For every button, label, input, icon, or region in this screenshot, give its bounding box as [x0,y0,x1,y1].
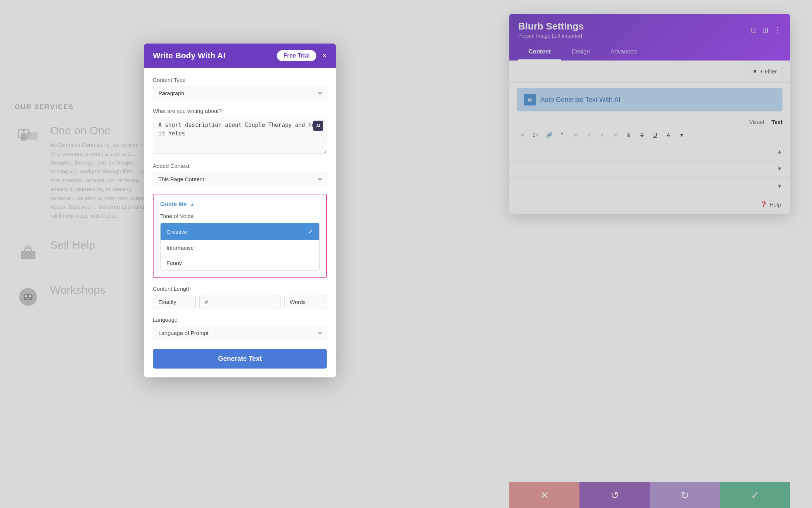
added-context-group: Added Context This Page Content [153,163,327,186]
guide-me-section: Guide Me ▲ Tone of Voice Creative ✓ Info… [153,194,327,278]
content-length-group: Content Length Exactly Words [153,286,327,309]
tone-dropdown: Creative ✓ Informative Funny [160,223,320,271]
modal-body: Content Type Paragraph What are you writ… [144,68,336,377]
textarea-ai-icon: AI [313,121,323,131]
tone-creative-label: Creative [166,229,187,235]
content-type-label: Content Type [153,77,327,83]
modal-header: Write Body With AI Free Trial × [144,44,336,68]
content-type-select[interactable]: Paragraph [153,86,327,100]
tone-funny-label: Funny [166,260,182,266]
tone-option-creative[interactable]: Creative ✓ [161,223,319,240]
writing-about-group: What are you writing about? AI [153,108,327,155]
modal-overlay [0,0,812,508]
tone-option-informative[interactable]: Informative [161,240,319,255]
content-length-label: Content Length [153,286,327,292]
content-length-number-input[interactable] [199,295,281,309]
tone-of-voice-label: Tone of Voice [160,213,320,219]
modal-header-right: Free Trial × [277,50,327,61]
guide-me-arrow-icon: ▲ [190,201,195,207]
guide-me-header: Guide Me ▲ [160,201,320,208]
added-context-label: Added Context [153,163,327,169]
language-select[interactable]: Language of Prompt [153,326,327,340]
writing-about-textarea[interactable] [153,117,327,154]
content-length-type-select[interactable]: Exactly [153,295,196,309]
content-length-row: Exactly Words [153,295,327,309]
content-length-unit-select[interactable]: Words [284,295,327,309]
write-body-ai-modal: Write Body With AI Free Trial × Content … [144,44,336,377]
language-group: Language Language of Prompt [153,317,327,340]
tone-informative-label: Informative [166,245,194,251]
content-type-group: Content Type Paragraph [153,77,327,100]
modal-title: Write Body With AI [153,51,226,61]
guide-me-label[interactable]: Guide Me [160,201,187,208]
tone-option-funny[interactable]: Funny [161,255,319,270]
modal-close-btn[interactable]: × [322,51,327,61]
language-label: Language [153,317,327,323]
checkmark-icon: ✓ [308,228,313,236]
added-context-select[interactable]: This Page Content [153,172,327,186]
generate-text-button[interactable]: Generate Text [153,349,327,369]
writing-about-label: What are you writing about? [153,108,327,114]
free-trial-badge[interactable]: Free Trial [277,50,316,61]
writing-about-wrapper: AI [153,117,327,155]
